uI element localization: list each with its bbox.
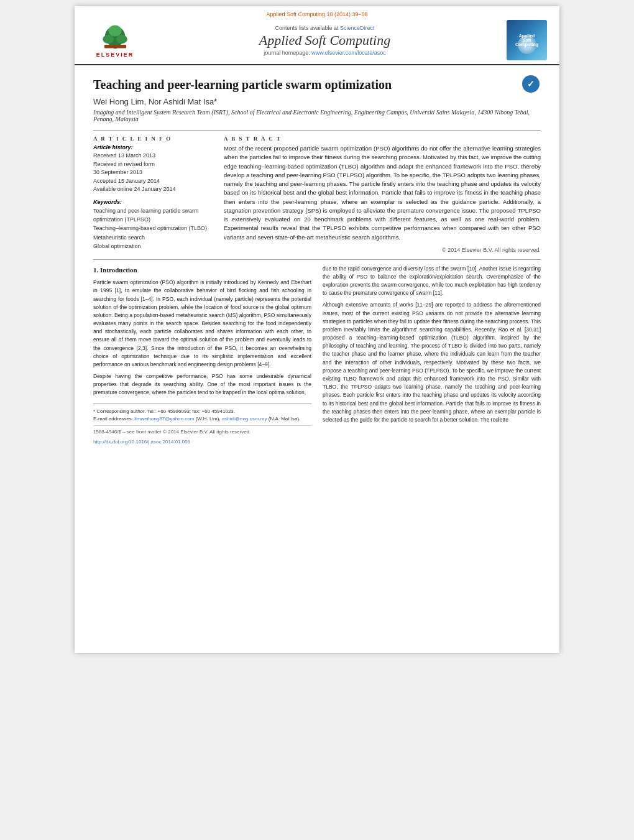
- footnote-corresponding: * Corresponding author. Tel.: +60 459960…: [93, 408, 235, 414]
- contents-label: Contents lists available at: [275, 25, 338, 31]
- history-available: Available online 24 January 2014: [93, 185, 211, 194]
- copyright-line: © 2014 Elsevier B.V. All rights reserved…: [224, 247, 541, 253]
- svg-rect-5: [104, 45, 126, 48]
- crossmark-svg: ✓: [521, 74, 541, 94]
- footnote-star: * Corresponding author. Tel.: +60 459960…: [93, 408, 311, 415]
- email-label-text: E-mail addresses:: [93, 416, 133, 422]
- history-revised-label: Received in revised form: [93, 160, 211, 169]
- journal-ref-text: Applied Soft Computing 18 (2014) 39–58: [266, 11, 367, 17]
- body-col-left: 1. Introduction Particle swarm optimizat…: [93, 265, 311, 446]
- header-content: ELSEVIER Contents lists available at Sci…: [87, 20, 547, 60]
- asc-logo: AppliedSoftComputing: [507, 20, 547, 60]
- history-received: Received 13 March 2013: [93, 152, 211, 160]
- title-row: Teaching and peer-learning particle swar…: [93, 72, 541, 97]
- svg-point-4: [108, 25, 122, 37]
- section-1-heading: 1. Introduction: [93, 265, 311, 275]
- elsevier-tree-icon: [98, 22, 132, 50]
- homepage-line: journal homepage: www.elsevier.com/locat…: [143, 50, 507, 56]
- sciencedirect-link[interactable]: ScienceDirect: [340, 25, 375, 31]
- keyword-1: Teaching and peer-learning particle swar…: [93, 206, 211, 224]
- history-label: Article history:: [93, 144, 211, 150]
- authors-line: Wei Hong Lim, Nor Ashidi Mat Isa*: [93, 97, 541, 106]
- elsevier-logo: ELSEVIER: [87, 22, 143, 58]
- abstract-text: Most of the recent proposed particle swa…: [224, 144, 541, 242]
- footnote-section: * Corresponding author. Tel.: +60 459960…: [93, 404, 311, 446]
- contents-line: Contents lists available at ScienceDirec…: [143, 25, 507, 31]
- footer-doi: http://dx.doi.org/10.1016/j.asoc.2014.01…: [93, 438, 311, 446]
- journal-title-display: Applied Soft Computing: [143, 32, 507, 48]
- article-info-title: A R T I C L E I N F O: [93, 136, 211, 142]
- issn-text: 1568-4946/$ – see front matter © 2014 El…: [93, 429, 250, 435]
- journal-center-header: Contents lists available at ScienceDirec…: [143, 25, 507, 56]
- body-right-p1: due to the rapid convergence and diversi…: [323, 265, 541, 298]
- email1-who: (W.H. Lim),: [196, 416, 221, 422]
- body-left-p2: Despite having the competitive performan…: [93, 372, 311, 397]
- article-history: Article history: Received 13 March 2013 …: [93, 144, 211, 194]
- body-right-p2: Although extensive amounts of works [11–…: [323, 301, 541, 424]
- history-revised-date: 30 September 2013: [93, 168, 211, 177]
- authors-text: Wei Hong Lim, Nor Ashidi Mat Isa*: [93, 97, 217, 106]
- article-title: Teaching and peer-learning particle swar…: [93, 78, 392, 92]
- homepage-label: journal homepage:: [264, 50, 310, 56]
- email2-who: (N.A. Mat Isa).: [269, 416, 301, 422]
- body-left-p1: Particle swarm optimization (PSO) algori…: [93, 279, 311, 369]
- keyword-3: Metaheuristic search: [93, 233, 211, 242]
- article-body: Teaching and peer-learning particle swar…: [75, 65, 559, 452]
- abstract-col: A B S T R A C T Most of the recent propo…: [224, 136, 541, 253]
- keywords-label: Keywords:: [93, 199, 211, 205]
- footer-issn: 1568-4946/$ – see front matter © 2014 El…: [93, 428, 311, 436]
- elsevier-brand-text: ELSEVIER: [96, 52, 134, 58]
- email-link-2[interactable]: ashidi@eng.usm.my: [222, 416, 267, 422]
- article-info-col: A R T I C L E I N F O Article history: R…: [93, 136, 211, 253]
- journal-reference: Applied Soft Computing 18 (2014) 39–58: [87, 11, 547, 17]
- affiliation-text: Imaging and Intelligent System Research …: [93, 109, 541, 122]
- svg-text:✓: ✓: [527, 79, 535, 89]
- email-link-1[interactable]: limweihong87@yahoo.com: [134, 416, 194, 422]
- abstract-title: A B S T R A C T: [224, 136, 541, 142]
- svg-point-3: [116, 35, 127, 44]
- keywords-section: Keywords: Teaching and peer-learning par…: [93, 199, 211, 251]
- crossmark-icon: ✓: [521, 74, 541, 96]
- homepage-link[interactable]: www.elsevier.com/locate/asoc: [311, 50, 386, 56]
- footnote-emails: E-mail addresses: limweihong87@yahoo.com…: [93, 415, 311, 423]
- body-col-right: due to the rapid convergence and diversi…: [323, 265, 541, 446]
- doi-link[interactable]: http://dx.doi.org/10.1016/j.asoc.2014.01…: [93, 439, 190, 445]
- journal-header: Applied Soft Computing 18 (2014) 39–58 E…: [75, 6, 559, 65]
- keyword-2: Teaching–learning-based optimization (TL…: [93, 224, 211, 233]
- keyword-4: Global optimization: [93, 242, 211, 251]
- journal-page: Applied Soft Computing 18 (2014) 39–58 E…: [75, 6, 559, 653]
- main-body: 1. Introduction Particle swarm optimizat…: [93, 259, 541, 446]
- svg-point-2: [103, 35, 114, 44]
- asc-logo-text: AppliedSoftComputing: [515, 34, 538, 47]
- history-accepted: Accepted 15 January 2014: [93, 177, 211, 186]
- article-info-abstract: A R T I C L E I N F O Article history: R…: [93, 130, 541, 253]
